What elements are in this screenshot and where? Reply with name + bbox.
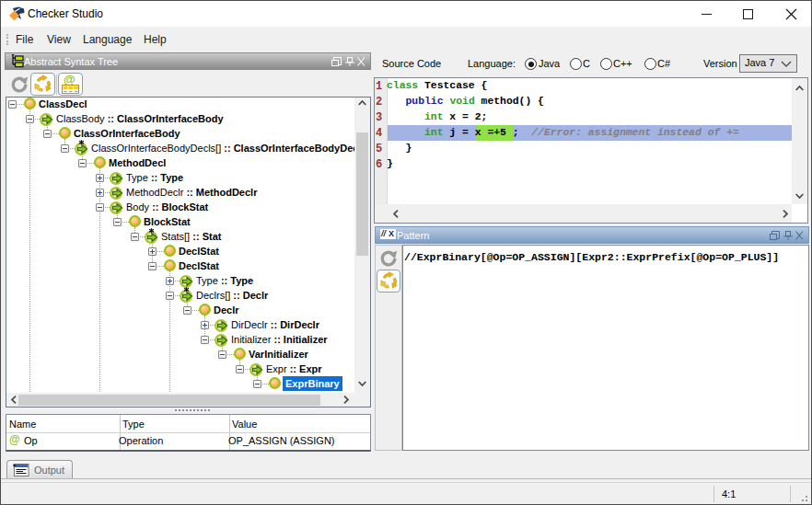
svg-text:@: @ <box>64 74 75 86</box>
